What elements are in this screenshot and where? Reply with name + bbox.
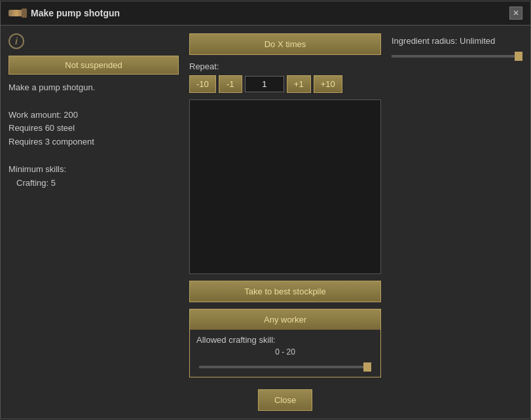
dialog-title: Make pump shotgun bbox=[31, 8, 503, 18]
worker-section: Any worker Allowed crafting skill: 0 - 2… bbox=[189, 309, 381, 377]
description-section: Make a pump shotgun. Work amount: 200 Re… bbox=[9, 81, 179, 190]
allowed-crafting-skill-label: Allowed crafting skill: bbox=[196, 335, 374, 345]
plus1-button[interactable]: +1 bbox=[287, 75, 311, 93]
ingredient-radius-slider[interactable] bbox=[392, 55, 522, 58]
item-list-area bbox=[189, 99, 381, 274]
requires-steel-text: Requires 60 steel bbox=[9, 122, 179, 135]
description-text: Make a pump shotgun. bbox=[9, 81, 179, 95]
make-pump-shotgun-dialog: Make pump shotgun ✕ i Not suspended Make… bbox=[0, 1, 531, 419]
repeat-section: Repeat: -10 -1 +1 +10 bbox=[189, 61, 381, 93]
not-suspended-button[interactable]: Not suspended bbox=[9, 56, 179, 75]
crafting-skill-slider-container bbox=[196, 359, 374, 372]
repeat-value-input[interactable] bbox=[245, 76, 284, 92]
dialog-content: i Not suspended Make a pump shotgun. Wor… bbox=[1, 26, 530, 419]
minus1-button[interactable]: -1 bbox=[219, 75, 242, 93]
left-panel: i Not suspended Make a pump shotgun. Wor… bbox=[9, 33, 179, 411]
take-to-best-stockpile-button[interactable]: Take to best stockpile bbox=[189, 281, 381, 302]
info-icon: i bbox=[9, 33, 24, 49]
minus10-button[interactable]: -10 bbox=[189, 75, 216, 93]
do-x-times-button[interactable]: Do X times bbox=[189, 33, 381, 55]
close-button[interactable]: Close bbox=[258, 389, 312, 411]
work-amount-text: Work amount: 200 bbox=[9, 109, 179, 122]
ingredient-radius-label: Ingredient radius: Unlimited bbox=[392, 36, 522, 46]
title-bar: Make pump shotgun ✕ bbox=[1, 1, 530, 26]
repeat-label: Repeat: bbox=[189, 61, 381, 71]
any-worker-button[interactable]: Any worker bbox=[190, 309, 380, 330]
right-panel: Ingredient radius: Unlimited bbox=[392, 33, 522, 411]
crafting-skill-slider[interactable] bbox=[199, 366, 371, 368]
crafting-skill-text: Crafting: 5 bbox=[9, 177, 179, 190]
plus10-button[interactable]: +10 bbox=[314, 75, 342, 93]
window-close-button[interactable]: ✕ bbox=[509, 7, 522, 20]
crafting-range-label: 0 - 20 bbox=[196, 347, 374, 357]
center-panel: Do X times Repeat: -10 -1 +1 +10 Take to… bbox=[189, 33, 381, 411]
minimum-skills-text: Minimum skills: bbox=[9, 163, 179, 177]
crafting-skill-section: Allowed crafting skill: 0 - 20 bbox=[190, 330, 380, 377]
requires-components-text: Requires 3 component bbox=[9, 135, 179, 149]
pump-shotgun-icon bbox=[9, 10, 24, 16]
repeat-controls: -10 -1 +1 +10 bbox=[189, 75, 381, 93]
